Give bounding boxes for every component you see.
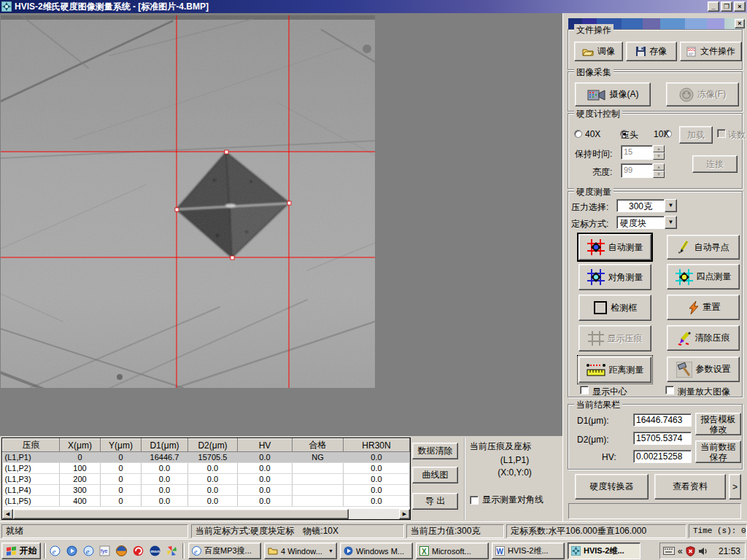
four-point-measure-button[interactable]: 四点测量 bbox=[667, 264, 740, 289]
quicklaunch-swirl-icon[interactable] bbox=[131, 544, 144, 557]
speaker-icon[interactable] bbox=[698, 547, 708, 556]
table-row[interactable]: (L1,P4)30000.00.00.00.0 bbox=[3, 485, 410, 496]
show-center-checkbox[interactable] bbox=[580, 386, 589, 394]
show-diagonal-label: 显示测量对角线 bbox=[482, 494, 543, 506]
file-operation-button[interactable]: DOC 文件操作 bbox=[680, 42, 742, 61]
tray-clock[interactable]: 21:53 bbox=[719, 546, 740, 556]
task-word-hvis[interactable]: W HVIS-2维... bbox=[492, 542, 565, 559]
hardness-converter-button[interactable]: 硬度转换器 bbox=[575, 474, 649, 499]
save-data-button[interactable]: 当前数据 保存 bbox=[695, 440, 741, 463]
quicklaunch-ie-icon[interactable]: e bbox=[48, 544, 61, 557]
chevron-down-icon[interactable]: ▼ bbox=[665, 216, 677, 229]
status-ready: 就绪 bbox=[1, 524, 188, 538]
task-windows-media[interactable]: Windows M... bbox=[340, 542, 413, 559]
quicklaunch-browser-icon[interactable]: e bbox=[82, 544, 95, 557]
radio-indenter-label: 压头 bbox=[621, 129, 638, 141]
auto-find-button[interactable]: 自动寻点 bbox=[667, 235, 740, 260]
task-hvis-app[interactable]: HVIS-2维... bbox=[568, 542, 640, 559]
detect-box-button[interactable]: 检测框 bbox=[578, 295, 651, 321]
show-diagonal-checkbox[interactable] bbox=[470, 496, 479, 505]
word-icon: W bbox=[495, 546, 505, 556]
read-checkbox-label: 读数 bbox=[728, 129, 746, 141]
scroll-left-icon[interactable]: ◀ bbox=[2, 509, 13, 519]
more-button[interactable]: > bbox=[729, 474, 741, 499]
export-button[interactable]: 导 出 bbox=[412, 493, 458, 510]
application-window: HVIS-2维氏硬度图像测量系统 - [标准图片-4.BMP] _ ❐ × bbox=[0, 0, 747, 560]
scrollbar-thumb[interactable] bbox=[13, 509, 349, 519]
table-row[interactable]: (L1,P2)10000.00.00.00.0 bbox=[3, 463, 410, 474]
camera-button[interactable]: 摄像(A) bbox=[575, 82, 651, 106]
clear-data-button[interactable]: 数据清除 bbox=[412, 443, 458, 459]
panel-close-icon[interactable]: × bbox=[735, 19, 745, 28]
panel-footer-bar bbox=[568, 503, 741, 519]
keyboard-icon[interactable] bbox=[663, 547, 675, 555]
title-bar: HVIS-2维氏硬度图像测量系统 - [标准图片-4.BMP] _ ❐ × bbox=[0, 0, 747, 13]
current-coords: (X:0,Y:0) bbox=[470, 467, 560, 478]
distance-measure-button[interactable]: 距离测量 bbox=[578, 357, 651, 383]
current-point: (L1,P1) bbox=[470, 455, 560, 465]
tray-chevron-icon[interactable]: « bbox=[678, 546, 683, 556]
file-ops-title: 文件操作 bbox=[574, 24, 614, 36]
table-row[interactable]: (L1,P5)40000.00.00.00.0 bbox=[3, 496, 410, 507]
task-excel[interactable]: X Microsoft... bbox=[416, 542, 489, 559]
restore-button[interactable]: ❐ bbox=[721, 1, 732, 12]
report-template-button[interactable]: 报告模板 修改 bbox=[695, 413, 741, 435]
quicklaunch-pinwheel-icon[interactable] bbox=[165, 544, 178, 557]
col-header[interactable]: Y(μm) bbox=[101, 439, 142, 452]
file-ops-group: 文件操作 调像 存像 DOC 文件操作 bbox=[568, 29, 743, 70]
quicklaunch-sphere-icon[interactable] bbox=[115, 544, 128, 557]
image-display-area bbox=[0, 13, 562, 436]
zoom-image-checkbox[interactable] bbox=[665, 386, 674, 394]
status-time: Time (s): 0.20 bbox=[689, 524, 747, 538]
col-header[interactable]: 合格 bbox=[293, 439, 344, 452]
spin-down-icon: ▼ bbox=[653, 152, 665, 160]
radio-40x[interactable] bbox=[574, 130, 582, 138]
auto-measure-button[interactable]: 自动测量 bbox=[578, 234, 651, 260]
results-table: 压痕 X(μm) Y(μm) D1(μm) D2(μm) HV 合格 HR30N… bbox=[1, 438, 411, 520]
minimize-button[interactable]: _ bbox=[708, 1, 719, 12]
col-header[interactable]: HV bbox=[238, 439, 293, 452]
quicklaunch-msn-icon[interactable]: msn bbox=[148, 544, 161, 557]
quicklaunch-wmp-icon[interactable] bbox=[65, 544, 78, 557]
start-button[interactable]: 开始 bbox=[1, 542, 41, 559]
curve-chart-button[interactable]: 曲线图 bbox=[412, 467, 458, 483]
pressure-select[interactable]: 300克 ▼ bbox=[616, 199, 677, 212]
col-header[interactable]: HR30N bbox=[344, 439, 410, 452]
current-indent-panel: 当前压痕及座标 (L1,P1) (X:0,Y:0) 显示测量对角线 bbox=[464, 438, 561, 520]
folder-icon bbox=[268, 547, 278, 555]
scroll-right-icon[interactable]: ▶ bbox=[399, 509, 410, 519]
chevron-down-icon[interactable]: ▼ bbox=[328, 548, 333, 553]
col-header[interactable]: D1(μm) bbox=[142, 439, 188, 452]
diagonal-measure-button[interactable]: 对角测量 bbox=[578, 264, 651, 290]
calib-select[interactable]: 硬度块 ▼ bbox=[616, 216, 677, 229]
close-button[interactable]: × bbox=[734, 1, 746, 12]
task-baidu-mp3[interactable]: e 百度MP3搜... bbox=[188, 542, 261, 559]
load-image-button[interactable]: 调像 bbox=[574, 42, 623, 61]
view-docs-button[interactable]: 查看资料 bbox=[654, 474, 726, 499]
table-row[interactable]: (L1,P3)20000.00.00.00.0 bbox=[3, 474, 410, 485]
svg-text:e: e bbox=[52, 546, 55, 555]
table-row[interactable]: (L1,P1)0016446.715705.50.0NG0.0 bbox=[3, 452, 410, 463]
task-windows-folder[interactable]: 4 Window... ▼ bbox=[264, 542, 337, 559]
brightness-label: 亮度: bbox=[592, 166, 612, 179]
microscope-image[interactable] bbox=[1, 15, 375, 388]
param-settings-button[interactable]: 参数设置 bbox=[667, 357, 740, 382]
taskbar-divider bbox=[182, 543, 185, 559]
windows-logo-icon bbox=[6, 546, 18, 556]
clear-indent-button[interactable]: 清除压痕 bbox=[667, 325, 740, 351]
reset-button[interactable]: 重置 bbox=[667, 295, 740, 320]
brightness-stepper: 99 ▲▼ bbox=[621, 163, 665, 178]
d1-value: 16446.7463 bbox=[633, 413, 692, 427]
chevron-down-icon[interactable]: ▼ bbox=[665, 199, 677, 212]
col-header[interactable]: X(μm) bbox=[60, 439, 101, 452]
col-header[interactable]: 压痕 bbox=[3, 439, 60, 452]
col-header[interactable]: D2(μm) bbox=[188, 439, 238, 452]
hold-time-stepper: 15 ▲▼ bbox=[621, 145, 665, 160]
save-image-button[interactable]: 存像 bbox=[626, 42, 677, 61]
d1-label: D1(μm): bbox=[577, 416, 609, 426]
security-shield-icon[interactable] bbox=[686, 546, 695, 556]
table-hscrollbar[interactable]: ◀ ▶ bbox=[2, 509, 410, 519]
diagonal-measure-icon bbox=[587, 269, 605, 285]
quicklaunch-eye-icon[interactable]: fye bbox=[98, 544, 111, 557]
taskbar-divider bbox=[44, 543, 46, 559]
